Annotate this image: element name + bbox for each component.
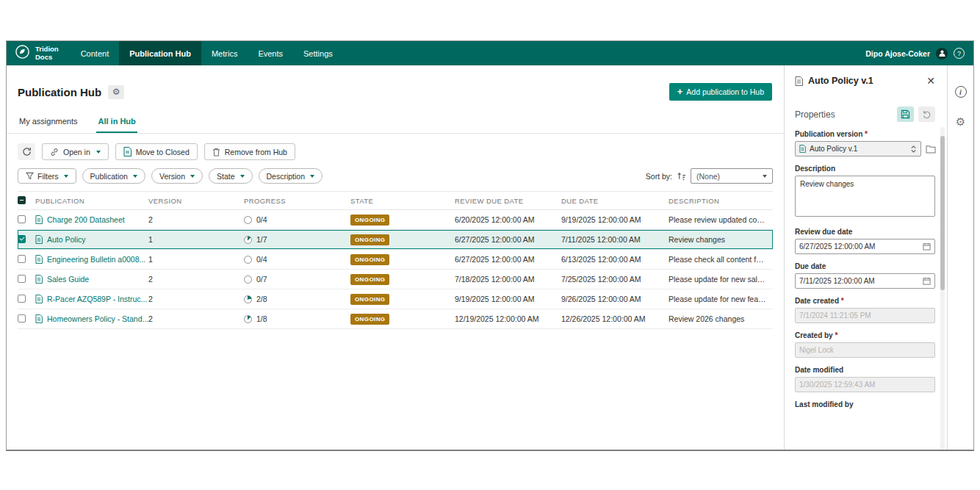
open-in-button[interactable]: Open in [42, 143, 109, 160]
avatar[interactable] [936, 48, 948, 60]
column-header-description[interactable]: DESCRIPTION [669, 197, 773, 205]
publication-link[interactable]: Homeowners Policy - Stand... [47, 314, 148, 323]
row-checkbox[interactable] [18, 295, 26, 303]
column-header-state[interactable]: STATE [350, 197, 455, 205]
calendar-icon[interactable] [923, 242, 931, 251]
column-header-version[interactable]: VERSION [148, 197, 244, 205]
description-textarea[interactable]: Review changes [795, 176, 935, 217]
publication-link[interactable]: Sales Guide [47, 275, 89, 284]
state-badge: ONGOING [350, 254, 389, 265]
hub-settings-icon[interactable]: ⚙ [108, 85, 124, 99]
document-icon [35, 255, 43, 264]
filter-pill-publication[interactable]: Publication [82, 168, 145, 184]
publication-link[interactable]: Auto Policy [47, 235, 86, 244]
move-to-closed-button[interactable]: Move to Closed [115, 143, 198, 160]
review-due-date-cell: 7/18/2025 12:00:00 AM [455, 275, 561, 284]
publication-link[interactable]: Engineering Bulletin a0008... [47, 255, 145, 264]
due-date-value[interactable] [799, 277, 919, 285]
top-nav: Tridion Docs Content Publication Hub Met… [7, 41, 973, 65]
tab-my-assignments[interactable]: My assignments [18, 112, 79, 133]
due-date-cell: 9/19/2025 12:00:00 AM [561, 215, 669, 224]
progress-label: 1/8 [256, 314, 267, 323]
sort-select[interactable]: (None) [691, 168, 773, 184]
filters-button[interactable]: Filters [18, 168, 76, 184]
tab-bar: My assignments All in Hub [7, 101, 784, 134]
nav-item-content[interactable]: Content [71, 41, 120, 65]
document-icon [35, 235, 43, 244]
row-checkbox[interactable] [18, 215, 26, 223]
version-cell: 2 [148, 275, 244, 284]
date-modified-input [795, 377, 935, 392]
due-date-input[interactable] [795, 273, 935, 289]
brand[interactable]: Tridion Docs [7, 41, 71, 65]
due-date-label: Due date [795, 262, 935, 270]
due-date-cell: 9/26/2025 12:00:00 AM [561, 295, 669, 303]
table-row[interactable]: R-Pacer AZQ589P - Instruc... 2 2/8 ONGOI… [18, 289, 773, 309]
progress-pie-icon [244, 236, 252, 244]
filter-pill-state[interactable]: State [209, 168, 253, 184]
document-icon [35, 295, 43, 303]
row-checkbox[interactable] [18, 314, 26, 323]
column-header-publication[interactable]: PUBLICATION [35, 197, 148, 205]
table-row[interactable]: Auto Policy 1 1/7 ONGOING 6/27/2025 12:0… [18, 230, 773, 250]
chevron-down-icon [190, 175, 195, 178]
filter-pill-description[interactable]: Description [259, 168, 323, 184]
gear-icon[interactable]: ⚙ [956, 115, 965, 129]
calendar-icon[interactable] [923, 277, 931, 285]
help-icon[interactable]: ? [954, 48, 965, 59]
chevron-down-icon [64, 175, 68, 178]
review-due-date-input[interactable] [795, 239, 935, 254]
column-header-due-date[interactable]: DUE DATE [561, 197, 669, 205]
select-all-checkbox[interactable] [18, 196, 26, 204]
tab-all-in-hub[interactable]: All in Hub [96, 112, 137, 133]
due-date-cell: 6/13/2025 12:00:00 AM [561, 255, 669, 264]
properties-panel: Auto Policy v.1 ✕ Properties Publication… [784, 65, 947, 450]
add-publication-button[interactable]: + Add publication to Hub [669, 83, 772, 101]
panel-scrollbar-thumb[interactable] [940, 136, 945, 290]
table-row[interactable]: Charge 200 Datasheet 2 0/4 ONGOING 6/20/… [18, 210, 773, 230]
review-due-date-value[interactable] [799, 242, 919, 251]
sort-by-label: Sort by: [646, 172, 672, 181]
nav-item-metrics[interactable]: Metrics [201, 41, 248, 65]
publication-link[interactable]: Charge 200 Datasheet [47, 215, 125, 224]
chevron-down-icon [96, 151, 101, 154]
user-name[interactable]: Dipo Ajose-Coker [865, 49, 930, 58]
nav-item-publication-hub[interactable]: Publication Hub [119, 41, 201, 65]
table-header: PUBLICATION VERSION PROGRESS STATE REVIE… [18, 191, 773, 210]
row-checkbox[interactable] [18, 235, 26, 243]
row-checkbox[interactable] [18, 255, 26, 263]
info-icon[interactable]: i [955, 86, 967, 98]
progress-label: 2/8 [256, 295, 267, 303]
browse-folder-icon[interactable] [926, 145, 936, 154]
review-due-date-label: Review due date [795, 228, 935, 236]
table-row[interactable]: Sales Guide 2 0/7 ONGOING 7/18/2025 12:0… [18, 270, 773, 289]
publication-version-select[interactable] [795, 141, 921, 156]
description-cell: Please update for new feature [669, 295, 773, 303]
close-icon[interactable]: ✕ [926, 76, 935, 86]
column-header-progress[interactable]: PROGRESS [244, 197, 350, 205]
publication-version-value[interactable] [810, 145, 907, 153]
row-checkbox[interactable] [18, 275, 26, 283]
publication-version-label: Publication version [795, 130, 935, 138]
due-date-cell: 12/26/2025 12:00:00 AM [561, 314, 669, 323]
review-due-date-cell: 6/20/2025 12:00:00 AM [455, 215, 561, 224]
panel-scrollbar-track[interactable] [940, 127, 945, 450]
refresh-button[interactable] [18, 143, 35, 160]
stepper-icon[interactable] [910, 145, 917, 154]
nav-item-events[interactable]: Events [248, 41, 293, 65]
publication-link[interactable]: R-Pacer AZQ589P - Instruc... [47, 295, 147, 303]
side-icon-strip: i ⚙ [947, 65, 973, 450]
table-row[interactable]: Engineering Bulletin a0008... 1 0/4 ONGO… [18, 250, 773, 270]
sort-direction-icon[interactable] [677, 172, 686, 181]
column-header-review-due-date[interactable]: REVIEW DUE DATE [455, 197, 561, 205]
review-due-date-cell: 9/19/2025 12:00:00 AM [455, 295, 561, 303]
undo-button[interactable] [918, 107, 935, 122]
save-button[interactable] [897, 107, 914, 122]
nav-item-settings[interactable]: Settings [293, 41, 343, 65]
filter-pill-version[interactable]: Version [151, 168, 203, 184]
chevron-down-icon [310, 175, 314, 178]
filter-bar: Filters Publication Version State Descri… [7, 160, 784, 184]
progress-label: 0/4 [256, 255, 267, 264]
table-row[interactable]: Homeowners Policy - Stand... 2 1/8 ONGOI… [18, 309, 773, 329]
remove-from-hub-button[interactable]: Remove from Hub [204, 143, 295, 160]
